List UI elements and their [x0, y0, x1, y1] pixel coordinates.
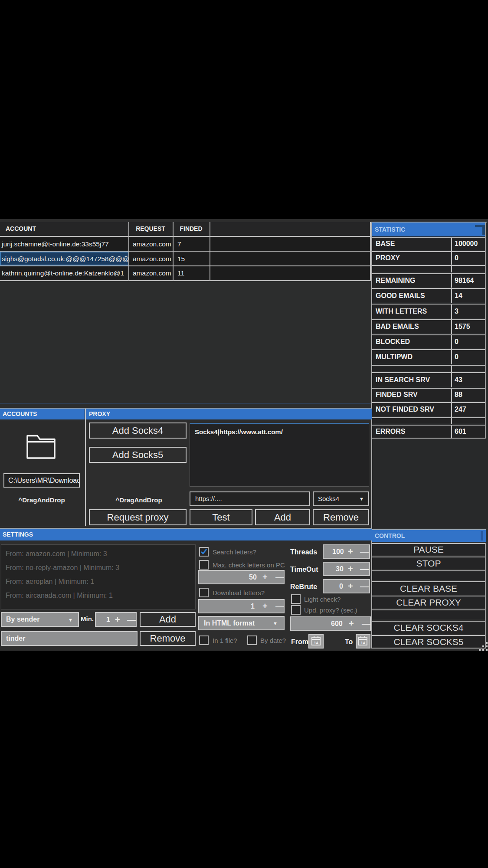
svg-text:14: 14 — [314, 641, 318, 645]
svg-text:14: 14 — [360, 641, 365, 645]
